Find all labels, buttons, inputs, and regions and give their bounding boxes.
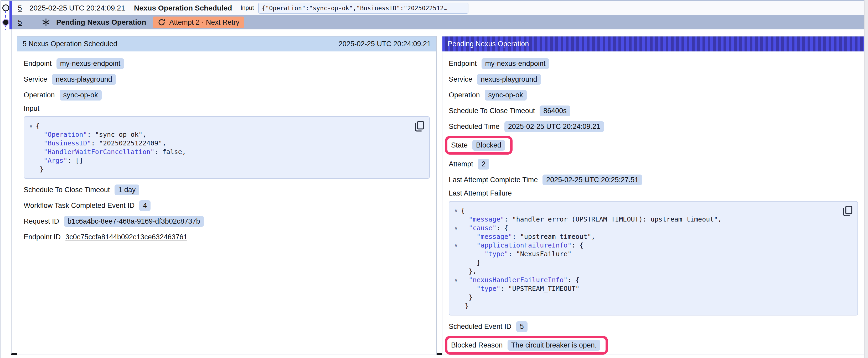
retry-badge-label: Attempt 2 · Next Retry (169, 19, 239, 27)
code-text: { (36, 122, 40, 130)
scheduled-row-workflow-task-completed-event-id: Workflow Task Completed Event ID4 (24, 199, 430, 212)
field-value-schedule-to-close-timeout: 86400s (539, 105, 570, 116)
code-gutter (451, 284, 461, 293)
pending-row-schedule-to-close-timeout: Schedule To Close Timeout86400s (449, 104, 858, 117)
field-value-attempt: 2 (478, 159, 489, 169)
code-line: ∨ "cause": { (451, 224, 839, 232)
code-gutter (451, 250, 461, 258)
code-gutter (451, 215, 461, 224)
code-gutter (26, 130, 36, 139)
annotation-highlight-box: Blocked ReasonThe circuit breaker is ope… (445, 336, 608, 355)
collapse-chevron-icon[interactable]: ∨ (451, 224, 461, 232)
input-json-viewer: ∨{ "Operation": "sync-op-ok", "BusinessI… (24, 116, 430, 179)
copy-button[interactable] (414, 121, 425, 133)
pending-row-scheduled-time: Scheduled Time2025-02-25 UTC 20:24:09.21 (449, 120, 858, 133)
field-label: Attempt (449, 160, 473, 168)
collapse-chevron-icon[interactable]: ∨ (451, 275, 461, 284)
code-line: } (451, 258, 839, 267)
input-json-code: ∨{ "Operation": "sync-op-ok", "BusinessI… (26, 122, 411, 173)
field-value-schedule-to-close-timeout: 1 day (115, 185, 139, 195)
collapse-chevron-icon[interactable]: ∨ (451, 241, 461, 250)
field-value-blocked-reason: The circuit breaker is open. (507, 340, 600, 351)
event-id-link[interactable]: 5 (18, 4, 29, 12)
pending-row-scheduled-event-id: Scheduled Event ID5 (449, 320, 858, 333)
code-line: "message": "upstream timeout", (451, 232, 839, 241)
code-line: "type": "NexusFailure" (451, 250, 839, 258)
field-label: Service (449, 75, 472, 84)
field-value-workflow-task-completed-event-id: 4 (139, 200, 151, 211)
event-row-nexus-operation-scheduled[interactable]: 5 2025-02-25 UTC 20:24:09.21 Nexus Opera… (12, 1, 864, 15)
code-line: } (451, 301, 839, 310)
pending-row-service: Servicenexus-playground (449, 73, 858, 86)
field-value-scheduled-event-id: 5 (516, 321, 528, 332)
collapse-chevron-icon[interactable]: ∨ (26, 122, 36, 130)
scheduled-fields-bottom: Schedule To Close Timeout1 dayWorkflow T… (24, 184, 430, 243)
field-value-endpoint-id[interactable]: 3c0c75ccfa8144b092c13ce632463761 (65, 233, 187, 241)
annotation-highlight-box: StateBlocked (445, 136, 513, 155)
code-line: ∨ "applicationFailureInfo": { (451, 241, 839, 250)
field-label: Operation (24, 91, 55, 99)
field-label: Operation (449, 91, 480, 99)
code-text: } (461, 293, 473, 301)
pending-fields-top: Endpointmy-nexus-endpointServicenexus-pl… (449, 57, 858, 186)
code-line: ∨{ (451, 206, 839, 215)
scheduled-row-endpoint: Endpointmy-nexus-endpoint (24, 57, 430, 70)
field-value-endpoint: my-nexus-endpoint (57, 58, 124, 69)
code-text: "applicationFailureInfo": { (461, 241, 584, 250)
vertical-scrollbar[interactable] (864, 0, 868, 358)
field-label: Endpoint ID (24, 233, 61, 241)
input-section-label: Input (24, 104, 430, 112)
pending-row-endpoint: Endpointmy-nexus-endpoint (449, 57, 858, 70)
code-text: }, (461, 267, 476, 275)
code-line: "message": "handler error (UPSTREAM_TIME… (451, 215, 839, 224)
copy-button[interactable] (842, 205, 853, 217)
code-gutter (26, 165, 36, 173)
field-value-endpoint: my-nexus-endpoint (482, 58, 549, 69)
code-line: } (26, 165, 411, 173)
scheduled-row-schedule-to-close-timeout: Schedule To Close Timeout1 day (24, 184, 430, 196)
field-label: Schedule To Close Timeout (449, 107, 535, 115)
field-label: State (451, 141, 468, 149)
window-left-border (0, 0, 1, 358)
scheduled-event-panel: 5 Nexus Operation Scheduled 2025-02-25 U… (17, 36, 437, 355)
failure-section-label: Last Attempt Failure (449, 189, 858, 197)
field-label: Scheduled Event ID (449, 323, 512, 331)
code-text: } (461, 258, 480, 267)
field-value-last-attempt-complete-time: 2025-02-25 UTC 20:25:27.51 (542, 174, 642, 185)
event-id-link[interactable]: 5 (18, 18, 29, 27)
field-value-service: nexus-playground (477, 74, 541, 85)
code-gutter (451, 232, 461, 241)
field-value-operation: sync-op-ok (60, 90, 102, 100)
timeline-node-open-icon (2, 4, 9, 11)
code-line: } (451, 293, 839, 301)
retry-icon (158, 19, 165, 26)
scheduled-row-operation: Operationsync-op-ok (24, 89, 430, 101)
code-gutter (451, 258, 461, 267)
field-label: Schedule To Close Timeout (24, 186, 110, 194)
field-label: Blocked Reason (451, 341, 503, 349)
field-value-state: Blocked (472, 140, 505, 151)
failure-json-code: ∨{ "message": "handler error (UPSTREAM_T… (451, 206, 839, 310)
code-text: "type": "NexusFailure" (461, 250, 571, 258)
code-line: "HandlerWaitForCancellation": false, (26, 148, 411, 156)
field-label: Request ID (24, 217, 59, 225)
input-preview-chip: {"Operation":"sync-op-ok","BusinessID":"… (258, 3, 468, 14)
pending-row-state: StateBlocked (449, 136, 858, 155)
code-text: "Args": [] (36, 156, 83, 165)
input-label: Input (240, 4, 254, 11)
field-label: Scheduled Time (449, 123, 500, 131)
scheduled-row-endpoint-id: Endpoint ID3c0c75ccfa8144b092c13ce632463… (24, 231, 430, 243)
event-row-pending-nexus-operation[interactable]: 5 Pending Nexus Operation Attempt 2 · Ne… (12, 15, 864, 29)
code-text: "type": "UPSTREAM_TIMEOUT" (461, 284, 580, 293)
pending-panel-title: Pending Nexus Operation (448, 40, 529, 48)
field-label: Endpoint (24, 60, 52, 68)
pending-row-blocked-reason: Blocked ReasonThe circuit breaker is ope… (449, 336, 858, 355)
field-value-service: nexus-playground (52, 74, 116, 85)
field-label: Last Attempt Complete Time (449, 176, 538, 184)
code-gutter (26, 148, 36, 156)
field-label: Endpoint (449, 60, 477, 68)
code-text: "message": "handler error (UPSTREAM_TIME… (461, 215, 722, 224)
collapse-chevron-icon[interactable]: ∨ (451, 206, 461, 215)
code-gutter (451, 267, 461, 275)
code-gutter (451, 293, 461, 301)
